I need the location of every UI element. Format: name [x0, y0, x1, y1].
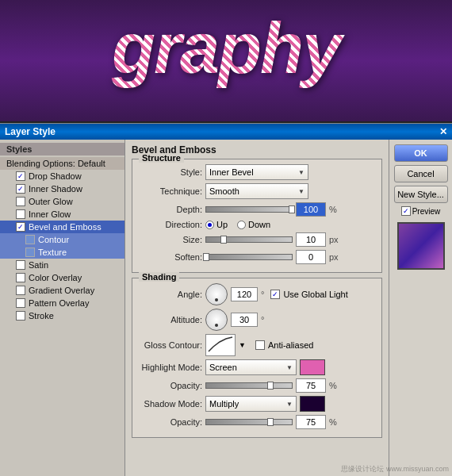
gradient-overlay-label: Gradient Overlay — [29, 286, 94, 295]
sidebar-item-drop-shadow[interactable]: Drop Shadow — [0, 170, 124, 182]
size-input[interactable] — [296, 232, 326, 247]
size-slider[interactable] — [205, 236, 293, 243]
pattern-overlay-label: Pattern Overlay — [29, 298, 89, 308]
shadow-mode-arrow: ▼ — [286, 401, 293, 408]
soften-input[interactable] — [296, 250, 326, 264]
canvas-artwork: graphy — [0, 8, 452, 90]
sidebar-item-contour[interactable]: Contour — [0, 233, 124, 246]
watermark: 思缘设计论坛 www.missyuan.com — [341, 464, 449, 474]
depth-input[interactable] — [296, 202, 326, 217]
bevel-emboss-checkbox[interactable] — [16, 222, 25, 232]
angle-dial[interactable] — [205, 283, 228, 305]
direction-down-radio[interactable] — [237, 221, 246, 229]
preview-label: Preview — [412, 207, 441, 216]
highlight-opacity-input[interactable] — [296, 378, 326, 393]
direction-up[interactable]: Up — [205, 220, 228, 229]
cancel-button[interactable]: Cancel — [394, 165, 448, 182]
soften-slider-thumb[interactable] — [203, 253, 209, 261]
anti-aliased-checkbox[interactable] — [255, 340, 265, 350]
global-light-checkbox[interactable] — [270, 290, 280, 299]
highlight-mode-arrow: ▼ — [286, 364, 293, 371]
direction-up-radio[interactable] — [205, 221, 214, 229]
satin-checkbox[interactable] — [16, 260, 25, 270]
technique-dropdown-arrow: ▼ — [298, 188, 305, 195]
altitude-dial[interactable] — [205, 309, 228, 331]
inner-glow-label: Inner Glow — [29, 209, 71, 219]
blending-options[interactable]: Blending Options: Default — [0, 157, 124, 170]
angle-input[interactable] — [231, 287, 258, 301]
gloss-contour-label: Gloss Contour: — [139, 340, 202, 350]
sidebar-item-inner-shadow[interactable]: Inner Shadow — [0, 182, 124, 195]
shadow-opacity-input[interactable] — [296, 415, 326, 429]
sidebar-item-outer-glow[interactable]: Outer Glow — [0, 195, 124, 208]
highlight-opacity-label: Opacity: — [139, 381, 202, 390]
bevel-emboss-label: Bevel and Emboss — [29, 222, 102, 232]
sidebar-item-color-overlay[interactable]: Color Overlay — [0, 271, 124, 284]
highlight-mode-label: Highlight Mode: — [139, 363, 202, 372]
direction-row: Direction: Up Down — [139, 220, 375, 229]
pattern-overlay-checkbox[interactable] — [16, 298, 25, 308]
stroke-checkbox[interactable] — [16, 311, 25, 321]
inner-shadow-checkbox[interactable] — [16, 184, 25, 194]
dialog-close-btn[interactable]: ✕ — [439, 126, 447, 137]
gradient-overlay-checkbox[interactable] — [16, 286, 25, 295]
style-dropdown[interactable]: Inner Bevel ▼ — [205, 164, 308, 180]
texture-icon — [25, 248, 35, 257]
sidebar-item-inner-glow[interactable]: Inner Glow — [0, 208, 124, 221]
shading-label: Shading — [139, 272, 179, 282]
technique-dropdown[interactable]: Smooth ▼ — [205, 183, 308, 199]
ok-button[interactable]: OK — [394, 144, 448, 162]
soften-slider[interactable] — [205, 254, 293, 260]
style-label: Style: — [139, 167, 202, 177]
shadow-mode-label: Shadow Mode: — [139, 399, 202, 409]
right-panel: OK Cancel New Style... Preview — [389, 140, 452, 476]
style-row: Style: Inner Bevel ▼ — [139, 164, 375, 180]
sidebar-item-gradient-overlay[interactable]: Gradient Overlay — [0, 284, 124, 297]
highlight-opacity-thumb[interactable] — [267, 382, 274, 390]
sidebar-item-bevel-emboss[interactable]: Bevel and Emboss — [0, 221, 124, 233]
shadow-opacity-slider[interactable] — [205, 419, 293, 425]
inner-glow-checkbox[interactable] — [16, 209, 25, 219]
highlight-opacity-row: Opacity: % — [139, 378, 375, 393]
anti-aliased-row: Anti-aliased — [255, 340, 313, 350]
technique-label: Technique: — [139, 186, 202, 196]
stroke-label: Stroke — [29, 311, 54, 321]
size-slider-thumb[interactable] — [220, 236, 227, 244]
angle-dial-dot — [215, 298, 218, 301]
size-row: Size: px — [139, 232, 375, 247]
drop-shadow-checkbox[interactable] — [16, 171, 25, 181]
sidebar-item-stroke[interactable]: Stroke — [0, 309, 124, 322]
shadow-color-swatch[interactable] — [300, 396, 325, 412]
dialog-titlebar: Layer Style ✕ — [0, 124, 452, 140]
dialog-body: Styles Blending Options: Default Drop Sh… — [0, 140, 452, 476]
drop-shadow-label: Drop Shadow — [29, 171, 82, 181]
color-overlay-label: Color Overlay — [29, 273, 82, 282]
global-light-label: Use Global Light — [283, 290, 347, 299]
highlight-mode-dropdown[interactable]: Screen ▼ — [205, 359, 297, 375]
gloss-contour-preview[interactable] — [205, 334, 236, 356]
sidebar-item-satin[interactable]: Satin — [0, 259, 124, 271]
preview-row: Preview — [401, 206, 441, 216]
structure-section: Structure Style: Inner Bevel ▼ Technique… — [132, 159, 382, 273]
highlight-mode-value: Screen — [209, 363, 237, 372]
depth-slider-thumb[interactable] — [289, 205, 295, 213]
altitude-row: Altitude: ° — [139, 309, 375, 331]
altitude-label: Altitude: — [139, 315, 202, 324]
sidebar-item-pattern-overlay[interactable]: Pattern Overlay — [0, 297, 124, 309]
texture-label: Texture — [38, 248, 67, 257]
preview-checkbox[interactable] — [401, 206, 411, 216]
color-overlay-checkbox[interactable] — [16, 273, 25, 282]
altitude-input[interactable] — [231, 313, 258, 327]
outer-glow-checkbox[interactable] — [16, 197, 25, 206]
shadow-opacity-thumb[interactable] — [267, 418, 274, 426]
shadow-mode-dropdown[interactable]: Multiply ▼ — [205, 396, 297, 412]
highlight-opacity-slider[interactable] — [205, 382, 293, 389]
direction-up-label: Up — [216, 220, 228, 229]
depth-slider[interactable] — [205, 206, 293, 213]
shadow-opacity-label: Opacity: — [139, 417, 202, 427]
direction-down[interactable]: Down — [237, 220, 270, 229]
sidebar-item-texture[interactable]: Texture — [0, 246, 124, 259]
contour-svg — [207, 336, 234, 355]
new-style-button[interactable]: New Style... — [394, 186, 448, 203]
highlight-color-swatch[interactable] — [300, 359, 325, 375]
